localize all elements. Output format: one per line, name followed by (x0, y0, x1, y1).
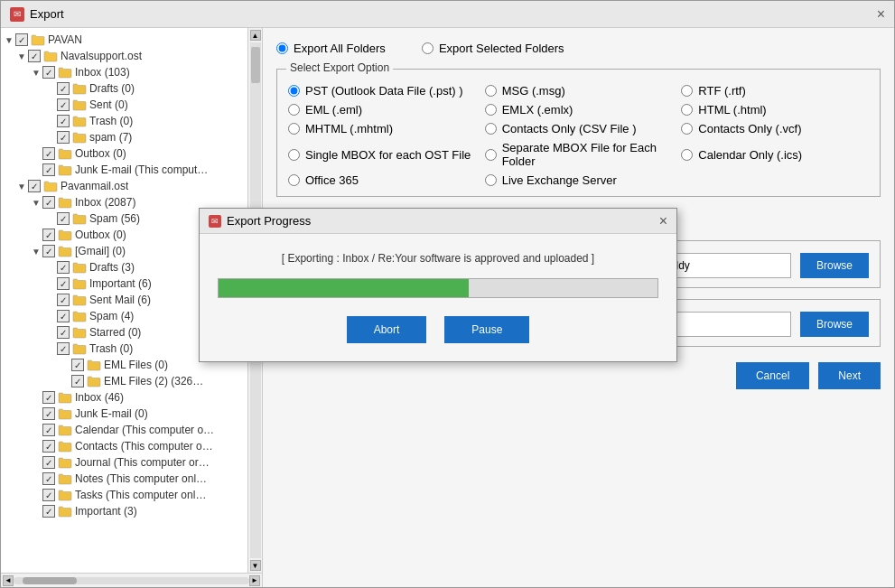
progress-bar-fill (219, 279, 469, 297)
dialog-close-button[interactable]: × (659, 214, 667, 229)
dialog-title-left: ✉ Export Progress (209, 214, 311, 228)
pause-button[interactable]: Pause (444, 316, 529, 343)
export-progress-dialog: ✉ Export Progress × [ Exporting : Inbox … (199, 208, 677, 362)
abort-button[interactable]: Abort (347, 316, 427, 343)
dialog-icon: ✉ (209, 215, 221, 228)
progress-bar-container (218, 278, 658, 298)
dialog-body: [ Exporting : Inbox / Re:Your software i… (200, 234, 676, 361)
dialog-buttons: Abort Pause (218, 316, 658, 343)
dialog-title: Export Progress (227, 214, 311, 228)
dialog-overlay: ✉ Export Progress × [ Exporting : Inbox … (0, 0, 895, 588)
export-status-text: [ Exporting : Inbox / Re:Your software i… (218, 252, 658, 265)
dialog-title-bar: ✉ Export Progress × (200, 209, 676, 234)
